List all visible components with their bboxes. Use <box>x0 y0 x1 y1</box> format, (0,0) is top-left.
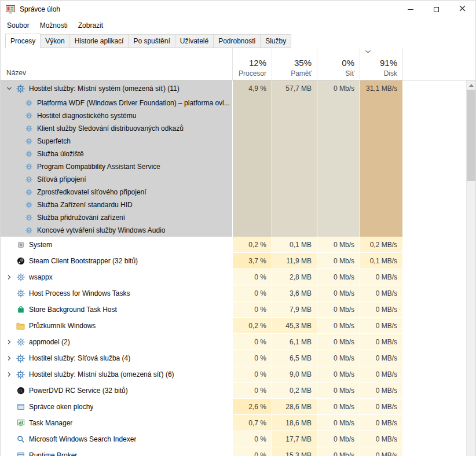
expand-chevron-icon[interactable] <box>3 334 16 350</box>
column-header-disk[interactable]: 91% Disk <box>360 48 402 80</box>
process-row-appmodel-2[interactable]: appmodel (2)0 %6,1 MB0 Mb/s0 MB/s <box>1 334 475 350</box>
process-network-cell: 0 Mb/s <box>317 334 360 350</box>
process-name-cell: Superfetch <box>1 135 232 148</box>
process-memory-cell: 57,7 MB <box>272 80 317 97</box>
process-row-wsappx[interactable]: wsappx0 %2,8 MB0 Mb/s0 MB/s <box>1 269 475 285</box>
window-icon <box>16 451 25 456</box>
process-list: Hostitel služby: Místní systém (omezená … <box>1 80 475 456</box>
process-row-steam-client-bootstrapper-32-bitu[interactable]: Steam Client Bootstrapper (32 bitů)3,7 %… <box>1 253 475 269</box>
collapse-chevron-icon[interactable] <box>3 80 16 97</box>
process-name: System <box>29 241 52 249</box>
process-row-microsoft-windows-search-indexer[interactable]: Microsoft Windows Search Indexer0 %17,7 … <box>1 431 475 447</box>
process-subrow-sluzba-zarizeni-standardu-hid[interactable]: Služba Zařízení standardu HID <box>1 198 475 211</box>
expander-spacer <box>3 211 16 224</box>
row-filler <box>402 237 475 253</box>
column-header-network[interactable]: 0% Síť <box>317 48 360 80</box>
process-row-powerdvd-rc-service-32-bitu[interactable]: CLPowerDVD RC Service (32 bitů)0 %0,2 MB… <box>1 383 475 399</box>
process-row-spravce-oken-plochy[interactable]: Správce oken plochy2,6 %28,6 MB0 Mb/s0 M… <box>1 399 475 415</box>
scrollbar-vertical[interactable] <box>466 80 475 456</box>
gear-icon <box>16 289 25 299</box>
process-memory-cell: 6,5 MB <box>272 350 317 366</box>
menu-item-moznosti[interactable]: Možnosti <box>35 19 73 32</box>
services-gear-icon <box>16 84 25 94</box>
process-name-cell: Store Background Task Host <box>1 301 232 318</box>
process-subrow-klient-sluzby-sledovani-distribuovanych-[interactable]: Klient služby Sledování distribuovaných … <box>1 122 475 135</box>
process-row-hostitel-sluzby-mistni-sluzba-omezena-si[interactable]: Hostitel služby: Místní služba (omezená … <box>1 366 475 383</box>
expand-chevron-icon[interactable] <box>3 350 16 366</box>
window-controls <box>397 1 475 18</box>
store-icon <box>16 305 25 315</box>
menu-item-zobrazit[interactable]: Zobrazit <box>73 19 108 32</box>
row-filler <box>402 148 475 160</box>
column-header-memory[interactable]: 35% Paměť <box>272 48 317 80</box>
row-filler <box>402 224 475 237</box>
process-memory-cell <box>272 186 317 198</box>
row-filler <box>402 415 475 431</box>
scrollbar-thumb[interactable] <box>467 90 475 181</box>
tab-procesy[interactable]: Procesy <box>5 34 41 48</box>
task-manager-window: Správce úloh SouborMožnostiZobrazit Proc… <box>0 0 476 456</box>
expand-chevron-icon[interactable] <box>3 269 16 285</box>
process-network-cell: 0 Mb/s <box>317 350 360 366</box>
column-header-name[interactable]: Název <box>1 69 232 80</box>
process-subrow-sluzba-pridruzovani-zarizeni[interactable]: Služba přidružování zařízení <box>1 211 475 224</box>
column-header-cpu[interactable]: 12% Procesor <box>232 48 272 80</box>
close-button[interactable] <box>449 1 475 18</box>
tab-sluzby[interactable]: Služby <box>260 34 291 48</box>
tab-strip: ProcesyVýkonHistorie aplikacíPo spuštění… <box>1 33 475 48</box>
disk-column-label: Disk <box>384 69 397 78</box>
row-filler <box>402 399 475 415</box>
process-name: Klient služby Sledování distribuovaných … <box>37 124 184 133</box>
tab-vykon[interactable]: Výkon <box>40 34 69 48</box>
process-disk-cell: 0 MB/s <box>360 366 402 383</box>
minimize-icon <box>408 9 413 10</box>
tab-podrobnosti[interactable]: Podrobnosti <box>213 34 261 48</box>
process-subrow-superfetch[interactable]: Superfetch <box>1 135 475 148</box>
process-row-hostitel-sluzby-mistni-system-omezena-si[interactable]: Hostitel služby: Místní systém (omezená … <box>1 80 475 97</box>
process-name-cell: Průzkumník Windows <box>1 318 232 334</box>
process-subrow-zprostredkovatel-sitoveho-pripojeni[interactable]: Zprostředkovatel síťového připojení <box>1 186 475 198</box>
process-disk-cell: 0 MB/s <box>360 350 402 366</box>
expander-spacer <box>3 285 16 301</box>
process-row-host-process-for-windows-tasks[interactable]: Host Process for Windows Tasks0 %3,6 MB0… <box>1 285 475 301</box>
process-row-runtime-broker[interactable]: Runtime Broker0 %15,3 MB0 Mb/s0 MB/s <box>1 447 475 456</box>
cpu-column-label: Procesor <box>239 69 266 78</box>
process-disk-cell: 0,1 MB/s <box>360 253 402 269</box>
maximize-button[interactable] <box>423 1 449 18</box>
process-disk-cell: 0 MB/s <box>360 431 402 447</box>
expander-spacer <box>3 399 16 415</box>
process-disk-cell: 0 MB/s <box>360 301 402 318</box>
process-subrow-sitova-pripojeni[interactable]: Síťová připojení <box>1 173 475 186</box>
minimize-button[interactable] <box>397 1 423 18</box>
process-subrow-hostitel-diagnostickeho-systemu[interactable]: Hostitel diagnostického systému <box>1 109 475 122</box>
scroll-up-button[interactable] <box>467 80 475 90</box>
process-subrow-koncove-vytvareni-sluzby-windows-audio[interactable]: Koncové vytváření služby Windows Audio <box>1 224 475 237</box>
process-network-cell: 0 Mb/s <box>317 80 360 97</box>
expand-chevron-icon[interactable] <box>3 366 16 383</box>
memory-column-label: Paměť <box>291 69 312 78</box>
process-memory-cell: 3,6 MB <box>272 285 317 301</box>
powerdvd-icon: CL <box>16 386 25 396</box>
process-disk-cell <box>360 135 402 148</box>
tab-historie-aplikaci[interactable]: Historie aplikací <box>69 34 129 48</box>
row-filler <box>402 350 475 366</box>
process-row-store-background-task-host[interactable]: Store Background Task Host0 %7,9 MB0 Mb/… <box>1 301 475 318</box>
menu-item-soubor[interactable]: Soubor <box>2 19 35 32</box>
process-row-task-manager[interactable]: Task Manager0,7 %18,6 MB0 Mb/s0 MB/s <box>1 415 475 431</box>
process-row-system[interactable]: System0,2 %0,1 MB0 Mb/s0,2 MB/s <box>1 237 475 253</box>
gear-icon <box>16 337 25 347</box>
process-subrow-program-compatibility-assistant-service[interactable]: Program Compatibility Assistant Service <box>1 160 475 173</box>
gear-small-icon <box>24 111 34 121</box>
process-memory-cell <box>272 198 317 211</box>
process-row-pruzkumnik-windows[interactable]: Průzkumník Windows0,2 %45,3 MB0 Mb/s0 MB… <box>1 318 475 334</box>
process-cpu-cell: 0 % <box>232 334 272 350</box>
process-cpu-cell: 0 % <box>232 383 272 399</box>
titlebar: Správce úloh <box>1 1 475 18</box>
process-row-hostitel-sluzby-sitova-sluzba-4[interactable]: Hostitel služby: Síťová služba (4)0 %6,5… <box>1 350 475 366</box>
process-subrow-sluzba-uloziste[interactable]: Služba úložiště <box>1 148 475 160</box>
process-name: wsappx <box>29 273 53 281</box>
row-filler <box>402 318 475 334</box>
process-subrow-platforma-wdf-windows-driver-foundation-[interactable]: Platforma WDF (Windows Driver Foundation… <box>1 97 475 109</box>
tab-uzivatele[interactable]: Uživatelé <box>175 34 214 48</box>
tab-po-spusteni[interactable]: Po spuštění <box>128 34 175 48</box>
